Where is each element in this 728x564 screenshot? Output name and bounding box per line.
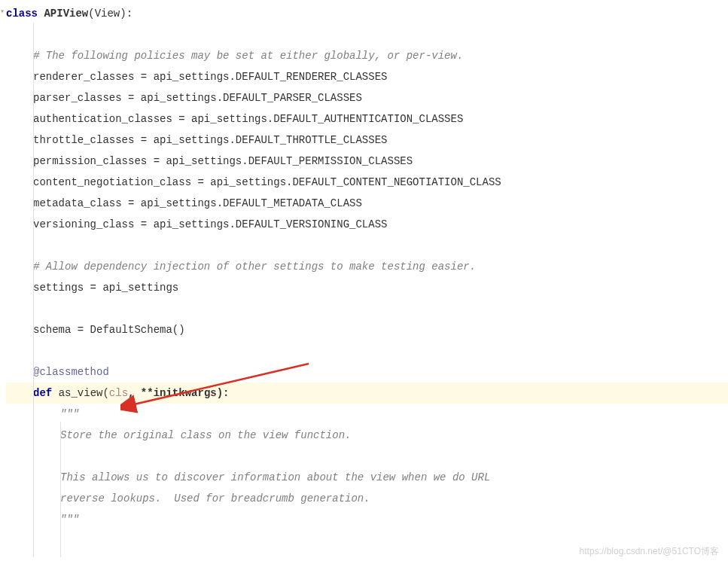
code-line-docstring: reverse lookups. Used for breadcrumb gen… xyxy=(6,488,728,509)
keyword-class: class xyxy=(6,8,38,20)
keyword-def: def xyxy=(33,387,52,399)
indent-guide xyxy=(33,23,34,557)
code-line-assignment: permission_classes = api_settings.DEFAUL… xyxy=(6,151,728,172)
code-line-assignment: authentication_classes = api_settings.DE… xyxy=(6,108,728,130)
code-line-assignment: throttle_classes = api_settings.DEFAULT_… xyxy=(6,130,728,151)
decorator-text: @classmethod xyxy=(33,366,109,378)
blank-line xyxy=(6,446,728,467)
docstring-open: """ xyxy=(60,408,79,420)
param-cls: cls xyxy=(109,387,128,399)
blank-line xyxy=(6,298,728,319)
class-name: APIView xyxy=(44,8,88,20)
comment-text: # The following policies may be set at e… xyxy=(33,50,463,62)
docstring-text: Store the original class on the view fun… xyxy=(60,429,351,441)
code-line-assignment: settings = api_settings xyxy=(6,277,728,298)
code-line-assignment: schema = DefaultSchema() xyxy=(6,319,728,340)
code-line-assignment: versioning_class = api_settings.DEFAULT_… xyxy=(6,214,728,235)
code-line-assignment: parser_classes = api_settings.DEFAULT_PA… xyxy=(6,87,728,108)
indent-guide xyxy=(60,422,61,557)
code-line-docstring: """ xyxy=(6,509,728,530)
code-line-docstring: This allows us to discover information a… xyxy=(6,467,728,488)
code-line-assignment: metadata_class = api_settings.DEFAULT_ME… xyxy=(6,193,728,214)
docstring-text: This allows us to discover information a… xyxy=(60,471,490,483)
code-line-comment: # Allow dependency injection of other se… xyxy=(6,256,728,277)
code-line-class-def: class APIView(View): xyxy=(6,3,728,24)
watermark-text: https://blog.csdn.net/@51CTO博客 xyxy=(580,542,719,560)
method-params: , **initkwargs): xyxy=(128,387,229,399)
comment-text: # Allow dependency injection of other se… xyxy=(33,261,476,273)
method-name: as_view xyxy=(59,387,103,399)
class-base: (View): xyxy=(88,8,133,20)
docstring-text: reverse lookups. Used for breadcrumb gen… xyxy=(60,492,370,505)
code-line-assignment: renderer_classes = api_settings.DEFAULT_… xyxy=(6,66,728,87)
blank-line xyxy=(6,340,728,361)
code-line-comment: # The following policies may be set at e… xyxy=(6,45,728,66)
code-line-decorator: @classmethod xyxy=(6,361,728,383)
code-line-method-def: def as_view(cls, **initkwargs): xyxy=(6,383,728,404)
code-line-docstring: """ xyxy=(6,404,728,425)
blank-line xyxy=(6,235,728,256)
fold-marker-icon[interactable]: ▾ xyxy=(0,5,5,20)
code-line-docstring: Store the original class on the view fun… xyxy=(6,425,728,446)
docstring-close: """ xyxy=(60,514,79,526)
code-editor: ▾ class APIView(View): # The following p… xyxy=(0,0,728,533)
blank-line xyxy=(6,24,728,45)
code-line-assignment: content_negotiation_class = api_settings… xyxy=(6,172,728,193)
